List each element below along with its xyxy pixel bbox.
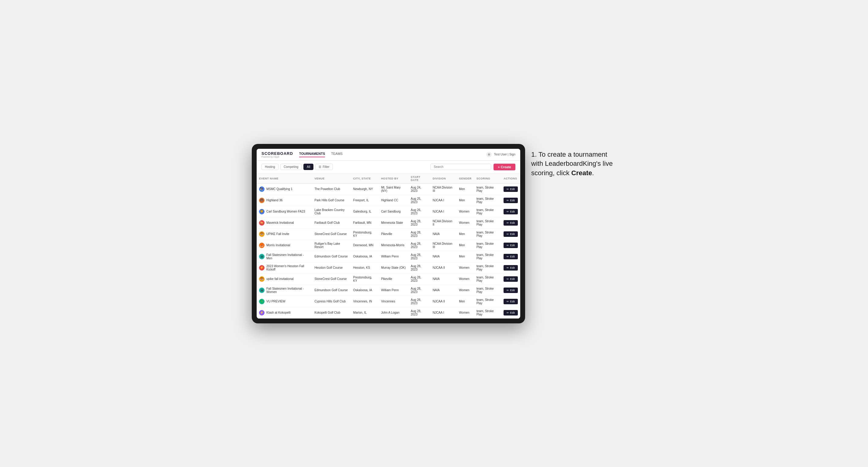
table-row: 🐎 Maverick Invitational Faribault Golf C…: [257, 217, 520, 228]
hosted-cell: William Penn: [379, 251, 408, 262]
edit-icon: ✏: [506, 278, 509, 281]
table-body: 🦅 MSMC Qualifying 1 The Powelton ClubNew…: [257, 183, 520, 318]
edit-icon: ✏: [506, 255, 509, 258]
edit-icon: ✏: [506, 210, 509, 213]
event-name-cell: ⚡ Klash at Kokopelli: [257, 307, 312, 318]
team-icon: 🦅: [259, 186, 265, 192]
venue-cell: Cypress Hills Golf Club: [312, 296, 351, 307]
gender-cell: Men: [457, 296, 474, 307]
scoring-cell: team, Stroke Play: [474, 262, 501, 273]
event-name: Highland 36: [266, 198, 282, 202]
team-icon: 🐯: [259, 231, 265, 237]
edit-button[interactable]: ✏ Edit: [503, 310, 518, 315]
tablet-device: SCOREBOARD Powered by Clippit TOURNAMENT…: [252, 144, 525, 323]
table-row: ⚡ Klash at Kokopelli Kokopelli Golf Club…: [257, 307, 520, 318]
tab-tournaments[interactable]: TOURNAMENTS: [299, 152, 325, 157]
edit-button[interactable]: ✏ Edit: [503, 287, 518, 293]
edit-button[interactable]: ✏ Edit: [503, 231, 518, 237]
date-cell: Aug 24, 2023: [408, 183, 430, 195]
division-cell: NCAA Division II: [430, 217, 457, 228]
edit-button[interactable]: ✏ Edit: [503, 299, 518, 304]
team-icon: 🏛: [259, 287, 265, 293]
edit-button[interactable]: ✏ Edit: [503, 265, 518, 271]
actions-cell: ✏ Edit: [501, 296, 520, 307]
tab-teams[interactable]: TEAMS: [331, 152, 343, 157]
edit-button[interactable]: ✏ Edit: [503, 186, 518, 192]
team-icon: 🦎: [259, 299, 265, 304]
hosting-filter-button[interactable]: Hosting: [261, 164, 279, 170]
annotation-bold: Create: [571, 169, 592, 177]
edit-button[interactable]: ✏ Edit: [503, 220, 518, 226]
scoring-cell: team, Stroke Play: [474, 206, 501, 217]
event-name-cell: 🦊 Morris Invitational: [257, 240, 312, 251]
event-name-cell: 🦅 MSMC Qualifying 1: [257, 183, 312, 195]
gender-cell: Men: [457, 183, 474, 195]
table-row: 🏛 Fall Statesmen Invitational - Women Ed…: [257, 284, 520, 296]
date-cell: Aug 28, 2023: [408, 240, 430, 251]
col-event-name: EVENT NAME: [257, 174, 312, 184]
edit-icon: ✏: [506, 232, 509, 236]
table-row: ⚡ 2023 Women's Hesston Fall Kickoff Hess…: [257, 262, 520, 273]
edit-icon: ✏: [506, 244, 509, 247]
event-name: MSMC Qualifying 1: [266, 187, 292, 191]
team-icon: ⚡: [259, 310, 265, 315]
edit-button[interactable]: ✏ Edit: [503, 276, 518, 282]
city-cell: Freeport, IL: [351, 195, 379, 206]
gender-cell: Women: [457, 206, 474, 217]
actions-cell: ✏ Edit: [501, 251, 520, 262]
edit-button[interactable]: ✏ Edit: [503, 198, 518, 203]
date-cell: Aug 26, 2023: [408, 206, 430, 217]
create-button[interactable]: + Create: [494, 164, 516, 170]
date-cell: Aug 28, 2023: [408, 273, 430, 284]
settings-icon[interactable]: ⚙: [486, 152, 492, 157]
event-name-cell: 🐯 UPIKE Fall Invite: [257, 228, 312, 240]
edit-icon: ✏: [506, 221, 509, 224]
search-input[interactable]: [430, 164, 491, 170]
scoring-cell: team, Stroke Play: [474, 217, 501, 228]
hosted-cell: Pikeville: [379, 228, 408, 240]
hosted-cell: Carl Sandburg: [379, 206, 408, 217]
city-cell: Hesston, KS: [351, 262, 379, 273]
edit-icon: ✏: [506, 311, 509, 314]
annotation-text: 1. To create a tournament with Leaderboa…: [531, 150, 616, 178]
edit-button[interactable]: ✏ Edit: [503, 209, 518, 214]
table-row: 🦅 MSMC Qualifying 1 The Powelton ClubNew…: [257, 183, 520, 195]
table-row: 🦎 VU PREVIEW Cypress Hills Golf ClubVinc…: [257, 296, 520, 307]
event-name: Carl Sandburg Women FA23: [266, 210, 305, 213]
edit-icon: ✏: [506, 289, 509, 292]
venue-cell: StoneCrest Golf Course: [312, 228, 351, 240]
table-row: 🐯 upike fall invitational StoneCrest Gol…: [257, 273, 520, 284]
event-name: Klash at Kokopelli: [266, 311, 291, 314]
edit-button[interactable]: ✏ Edit: [503, 243, 518, 248]
actions-cell: ✏ Edit: [501, 307, 520, 318]
edit-button[interactable]: ✏ Edit: [503, 254, 518, 259]
all-filter-button[interactable]: All: [303, 164, 313, 170]
scoring-cell: team, Stroke Play: [474, 228, 501, 240]
scoring-cell: team, Stroke Play: [474, 296, 501, 307]
col-date: START DATE: [408, 174, 430, 184]
col-division: DIVISION: [430, 174, 457, 184]
filter-group: Hosting Competing All ☰ Filter: [261, 164, 333, 170]
app-logo-sub: Powered by Clippit: [261, 156, 293, 158]
city-cell: Prestonsburg, KY: [351, 273, 379, 284]
annotation-area: 1. To create a tournament with Leaderboa…: [531, 144, 616, 178]
filter-icon-button[interactable]: ☰ Filter: [315, 164, 333, 170]
gender-cell: Women: [457, 262, 474, 273]
event-name-cell: 🦁 Carl Sandburg Women FA23: [257, 206, 312, 217]
event-name-cell: 🏛 Fall Statesmen Invitational - Women: [257, 284, 312, 296]
division-cell: NJCAA II: [430, 262, 457, 273]
scoring-cell: team, Stroke Play: [474, 251, 501, 262]
hosted-cell: Highland CC: [379, 195, 408, 206]
logo-area: SCOREBOARD Powered by Clippit: [261, 151, 293, 158]
col-hosted: HOSTED BY: [379, 174, 408, 184]
date-cell: Aug 28, 2023: [408, 307, 430, 318]
col-venue: VENUE: [312, 174, 351, 184]
venue-cell: StoneCrest Golf Course: [312, 273, 351, 284]
division-cell: NJCAA II: [430, 296, 457, 307]
team-icon: 🐻: [259, 198, 265, 203]
city-cell: Deerwood, MN: [351, 240, 379, 251]
event-name: Fall Statesmen Invitational - Women: [266, 287, 310, 293]
division-cell: NJCAA I: [430, 307, 457, 318]
venue-cell: Park Hills Golf Course: [312, 195, 351, 206]
competing-filter-button[interactable]: Competing: [280, 164, 302, 170]
